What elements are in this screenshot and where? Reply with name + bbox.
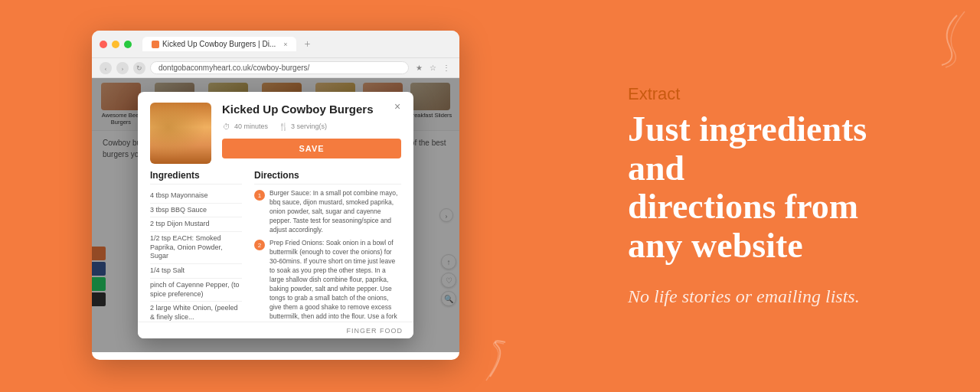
time-meta: ⏱ 40 minutes bbox=[222, 122, 268, 131]
right-content-section: Extract Just ingredients and directions … bbox=[628, 84, 919, 307]
extract-label: Extract bbox=[628, 84, 919, 104]
browser-window: Kicked Up Cowboy Burgers | Di... × + ‹ ›… bbox=[92, 31, 459, 360]
browser-dot-yellow[interactable] bbox=[112, 41, 119, 48]
tab-title: Kicked Up Cowboy Burgers | Di... bbox=[162, 40, 276, 48]
direction-text-0: Burger Sauce: In a small pot combine may… bbox=[270, 189, 401, 234]
main-headline: Just ingredients and directions from any… bbox=[628, 110, 919, 265]
extension-icon[interactable]: ★ bbox=[413, 63, 424, 74]
back-button[interactable]: ‹ bbox=[100, 62, 112, 74]
recipe-food-image bbox=[150, 103, 211, 164]
browser-action-icons: ★ ☆ ⋮ bbox=[413, 63, 452, 74]
ingredient-item-4: 1/4 tsp Salt bbox=[150, 264, 242, 279]
direction-item-0: 1 Burger Sauce: In a small pot combine m… bbox=[254, 189, 401, 234]
browser-dot-green[interactable] bbox=[124, 41, 132, 48]
direction-num-0: 1 bbox=[254, 190, 265, 201]
time-value: 40 minutes bbox=[234, 122, 268, 130]
modal-meta: ⏱ 40 minutes 🍴 3 serving(s) bbox=[222, 122, 401, 131]
modal-content-area: Ingredients 4 tbsp Mayonnaise 3 tbsp BBQ… bbox=[138, 170, 413, 338]
refresh-button[interactable]: ↻ bbox=[133, 62, 145, 74]
ingredients-heading: Ingredients bbox=[150, 170, 242, 185]
modal-save-button[interactable]: SAVE bbox=[222, 139, 401, 158]
food-image-inner bbox=[150, 103, 211, 164]
new-tab-button[interactable]: + bbox=[304, 38, 310, 51]
deco-swirl-top-right bbox=[880, 8, 972, 69]
tab-favicon bbox=[152, 41, 159, 48]
sub-headline: No life stories or emailing lists. bbox=[628, 287, 919, 308]
ingredient-item-3: 1/2 tsp EACH: Smoked Paprika, Onion Powd… bbox=[150, 232, 242, 264]
modal-overlay: × Kicked Up Cowboy Burgers ⏱ 40 minutes bbox=[92, 78, 459, 352]
directions-heading: Directions bbox=[254, 170, 401, 185]
browser-dot-red[interactable] bbox=[100, 41, 107, 48]
ingredients-column: Ingredients 4 tbsp Mayonnaise 3 tbsp BBQ… bbox=[150, 170, 242, 329]
ingredient-item-5: pinch of Cayenne Pepper, (to spice prefe… bbox=[150, 279, 242, 302]
modal-header: Kicked Up Cowboy Burgers ⏱ 40 minutes 🍴 … bbox=[138, 92, 413, 170]
bookmark-icon[interactable]: ☆ bbox=[427, 63, 438, 74]
browser-tab-active[interactable]: Kicked Up Cowboy Burgers | Di... × bbox=[142, 37, 296, 51]
fork-icon: 🍴 bbox=[279, 122, 288, 131]
servings-value: 3 serving(s) bbox=[291, 122, 327, 130]
url-field[interactable]: dontgobaconmyheart.co.uk/cowboy-burgers/ bbox=[150, 61, 409, 74]
browser-chrome: Kicked Up Cowboy Burgers | Di... × + bbox=[92, 31, 459, 58]
menu-icon[interactable]: ⋮ bbox=[441, 63, 452, 74]
headline-line1: Just ingredients and bbox=[628, 109, 867, 188]
ingredient-item-1: 3 tbsp BBQ Sauce bbox=[150, 204, 242, 218]
tab-close-icon[interactable]: × bbox=[283, 41, 287, 48]
directions-column: Directions 1 Burger Sauce: In a small po… bbox=[254, 170, 401, 329]
address-bar: ‹ › ↻ dontgobaconmyheart.co.uk/cowboy-bu… bbox=[92, 58, 459, 78]
recipe-modal: × Kicked Up Cowboy Burgers ⏱ 40 minutes bbox=[138, 92, 413, 338]
ingredient-item-2: 2 tsp Dijon Mustard bbox=[150, 217, 242, 232]
headline-line2: directions from any website bbox=[628, 188, 858, 266]
servings-meta: 🍴 3 serving(s) bbox=[279, 122, 327, 131]
forward-button[interactable]: › bbox=[116, 62, 129, 74]
footer-label: FINGER FOOD bbox=[347, 327, 403, 335]
website-content: Awesome Beef Burgers Portobello Mushroom… bbox=[92, 78, 459, 352]
modal-title-area: Kicked Up Cowboy Burgers ⏱ 40 minutes 🍴 … bbox=[222, 103, 401, 158]
modal-recipe-title: Kicked Up Cowboy Burgers bbox=[222, 103, 401, 116]
ingredient-item-0: 4 tbsp Mayonnaise bbox=[150, 189, 242, 204]
website-footer-bar: FINGER FOOD bbox=[138, 322, 413, 338]
clock-icon: ⏱ bbox=[222, 122, 231, 131]
direction-num-1: 2 bbox=[254, 240, 265, 250]
modal-close-button[interactable]: × bbox=[390, 100, 404, 113]
deco-swirl-bottom-left bbox=[482, 338, 544, 384]
